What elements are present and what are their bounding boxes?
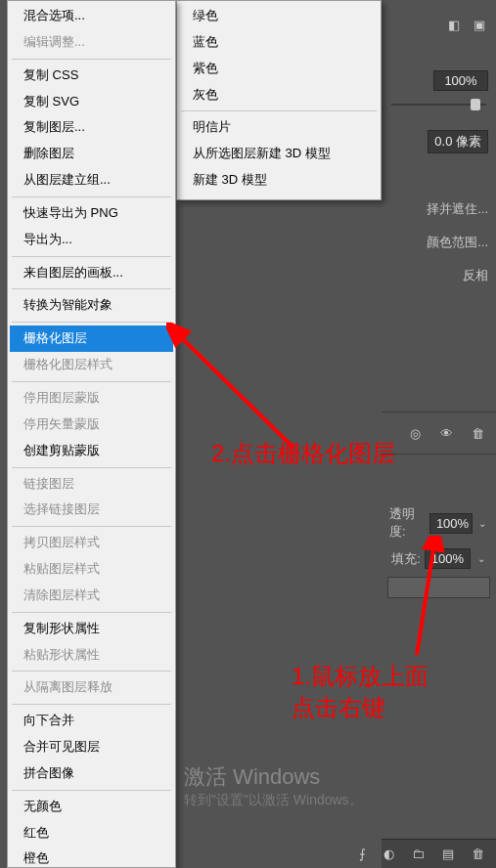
menu-orange[interactable]: 橙色 xyxy=(10,846,173,868)
select-mask-btn[interactable]: 择并遮住... xyxy=(427,200,488,218)
menu-rasterize-layer[interactable]: 栅格化图层 xyxy=(10,326,173,352)
layers-bottom-bar: ⨍ ◐ 🗀 ▤ 🗑 xyxy=(382,839,496,868)
opacity2-label: 透明度: xyxy=(389,505,426,541)
menu-separator xyxy=(12,612,171,613)
properties-panel: ◧ ▣ 100% 0.0 像素 择并遮住... 颜色范围... 反相 ◎ 👁 🗑… xyxy=(382,0,496,868)
folder-icon[interactable]: 🗀 xyxy=(412,846,425,863)
new-layer-icon[interactable]: ▤ xyxy=(442,846,454,863)
menu-merge-visible[interactable]: 合并可见图层 xyxy=(10,734,173,760)
layer-context-menu: 混合选项... 编辑调整... 复制 CSS 复制 SVG 复制图层... 删除… xyxy=(7,0,176,868)
fx-icon[interactable]: ⨍ xyxy=(359,846,366,863)
opacity-slider[interactable] xyxy=(391,101,486,108)
annotation-arrow-2 xyxy=(166,323,303,459)
submenu: 绿色 蓝色 紫色 灰色 明信片 从所选图层新建 3D 模型 新建 3D 模型 xyxy=(176,0,382,200)
menu-release-isolation: 从隔离图层释放 xyxy=(10,674,173,701)
menu-copy-layer-style: 拷贝图层样式 xyxy=(10,530,173,556)
menu-separator xyxy=(12,196,171,197)
menu-rasterize-style: 栅格化图层样式 xyxy=(10,352,173,378)
menu-separator xyxy=(12,467,171,468)
mask-icon[interactable]: ◐ xyxy=(383,846,394,863)
menu-create-clipping-mask[interactable]: 创建剪贴蒙版 xyxy=(10,438,173,464)
menu-separator xyxy=(12,790,171,791)
trash-icon[interactable]: 🗑 xyxy=(469,424,486,442)
menu-convert-smart-object[interactable]: 转换为智能对象 xyxy=(10,292,173,319)
menu-disable-vector-mask: 停用矢量蒙版 xyxy=(10,412,173,438)
icon-a[interactable]: ◧ xyxy=(445,16,463,33)
svg-line-0 xyxy=(178,334,293,448)
menu-separator xyxy=(181,110,377,111)
menu-no-color[interactable]: 无颜色 xyxy=(10,794,173,820)
fill-field[interactable]: 100% xyxy=(425,548,471,569)
menu-separator xyxy=(12,381,171,382)
invert-btn[interactable]: 反相 xyxy=(463,267,488,284)
chevron-down-icon[interactable]: ⌄ xyxy=(476,514,488,532)
menu-color-gray[interactable]: 灰色 xyxy=(179,82,379,108)
menu-new-3d-from-layer[interactable]: 从所选图层新建 3D 模型 xyxy=(179,141,379,167)
menu-edit-adjustment: 编辑调整... xyxy=(10,29,173,56)
menu-postcard[interactable]: 明信片 xyxy=(179,114,379,141)
menu-separator xyxy=(12,671,171,672)
menu-new-3d-model[interactable]: 新建 3D 模型 xyxy=(179,167,379,194)
menu-paste-shape-attrs: 粘贴形状属性 xyxy=(10,642,173,669)
menu-color-green[interactable]: 绿色 xyxy=(179,3,379,29)
menu-group-from-layers[interactable]: 从图层建立组... xyxy=(10,167,173,194)
menu-blend-options[interactable]: 混合选项... xyxy=(10,3,173,29)
menu-clear-layer-style: 清除图层样式 xyxy=(10,583,173,609)
chevron-down-icon[interactable]: ⌄ xyxy=(474,550,488,568)
menu-quick-export-png[interactable]: 快速导出为 PNG xyxy=(10,200,173,227)
menu-color-blue[interactable]: 蓝色 xyxy=(179,29,379,56)
color-range-btn[interactable]: 颜色范围... xyxy=(427,234,488,251)
menu-red[interactable]: 红色 xyxy=(10,820,173,846)
menu-export-as[interactable]: 导出为... xyxy=(10,227,173,253)
layer-row[interactable] xyxy=(387,577,490,598)
menu-separator xyxy=(12,288,171,289)
annotation-step2: 2.点击栅格化图层 xyxy=(211,438,395,469)
eye-icon[interactable]: 👁 xyxy=(437,424,455,442)
menu-link-layers: 链接图层 xyxy=(10,471,173,498)
menu-paste-layer-style: 粘贴图层样式 xyxy=(10,556,173,583)
menu-artboard-from-layer[interactable]: 来自图层的画板... xyxy=(10,260,173,286)
menu-separator xyxy=(12,704,171,705)
menu-separator xyxy=(12,59,171,60)
eye-outline-icon[interactable]: ◎ xyxy=(406,424,424,442)
menu-copy-shape-attrs[interactable]: 复制形状属性 xyxy=(10,616,173,642)
windows-activation-watermark: 激活 Windows 转到"设置"以激活 Windows。 xyxy=(184,762,363,809)
menu-separator xyxy=(12,256,171,257)
menu-copy-css[interactable]: 复制 CSS xyxy=(10,63,173,89)
opacity2-field[interactable]: 100% xyxy=(429,513,473,534)
trash-icon[interactable]: 🗑 xyxy=(472,846,484,863)
icon-b[interactable]: ▣ xyxy=(471,16,488,33)
menu-select-linked: 选择链接图层 xyxy=(10,497,173,523)
menu-merge-down[interactable]: 向下合并 xyxy=(10,708,173,734)
opacity-field[interactable]: 100% xyxy=(433,70,488,91)
menu-separator xyxy=(12,526,171,527)
menu-disable-layer-mask: 停用图层蒙版 xyxy=(10,385,173,412)
feather-field[interactable]: 0.0 像素 xyxy=(428,130,488,153)
menu-flatten-image[interactable]: 拼合图像 xyxy=(10,760,173,787)
menu-separator xyxy=(12,322,171,323)
fill-label: 填充: xyxy=(391,550,421,568)
menu-duplicate-layer[interactable]: 复制图层... xyxy=(10,114,173,141)
menu-delete-layer[interactable]: 删除图层 xyxy=(10,141,173,167)
menu-color-purple[interactable]: 紫色 xyxy=(179,56,379,82)
menu-copy-svg[interactable]: 复制 SVG xyxy=(10,89,173,115)
